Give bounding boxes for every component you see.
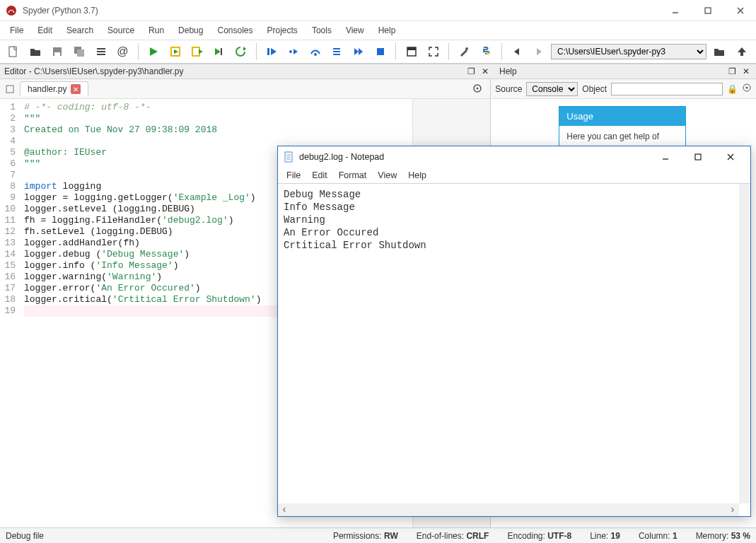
fullscreen-icon[interactable]	[424, 42, 443, 62]
lock-icon[interactable]: 🔒	[727, 84, 738, 94]
help-options-icon[interactable]	[742, 83, 752, 95]
line-number: 16	[0, 272, 16, 283]
close-button[interactable]	[731, 3, 750, 18]
line-number: 2	[0, 113, 16, 124]
browse-folder-icon[interactable]	[709, 42, 729, 62]
line-number: 7	[0, 170, 16, 181]
menu-search[interactable]: Search	[59, 23, 100, 38]
statusbar: Debug file Permissions: RW End-of-lines:…	[0, 527, 756, 543]
notepad-menu-view[interactable]: View	[372, 169, 402, 182]
debug-step-out-icon[interactable]	[327, 42, 347, 62]
svg-rect-39	[740, 52, 743, 56]
minimize-button[interactable]	[665, 3, 685, 18]
notepad-titlebar[interactable]: debug2.log - Notepad	[278, 146, 750, 168]
svg-point-25	[314, 53, 317, 56]
save-all-icon[interactable]	[69, 42, 88, 62]
menu-file[interactable]: File	[3, 23, 30, 38]
notepad-menu-edit[interactable]: Edit	[306, 169, 333, 182]
notepad-menu-help[interactable]: Help	[402, 169, 432, 182]
notepad-close-button[interactable]	[716, 148, 745, 166]
notepad-maximize-button[interactable]	[684, 148, 712, 166]
notepad-minimize-button[interactable]	[651, 148, 680, 166]
status-permissions: Permissions: RW	[333, 531, 398, 541]
list-icon[interactable]	[91, 42, 110, 62]
debug-continue-icon[interactable]	[349, 42, 368, 62]
svg-rect-2	[705, 8, 711, 13]
svg-marker-17	[199, 49, 203, 54]
notepad-vscrollbar[interactable]	[739, 184, 750, 503]
help-toolbar: Source Console Object 🔒	[491, 79, 756, 99]
undock-icon[interactable]: ❐	[465, 66, 477, 77]
menu-edit[interactable]: Edit	[30, 23, 59, 38]
svg-marker-24	[293, 49, 298, 54]
notepad-line: Debug Message	[284, 188, 745, 201]
back-icon[interactable]	[508, 42, 527, 62]
run-cell-icon[interactable]	[166, 42, 185, 62]
menu-projects[interactable]: Projects	[260, 23, 305, 38]
menu-source[interactable]: Source	[100, 23, 141, 38]
menu-run[interactable]: Run	[141, 23, 171, 38]
debug-stop-icon[interactable]	[371, 42, 390, 62]
run-cell-advance-icon[interactable]	[187, 42, 207, 62]
preferences-icon[interactable]	[455, 42, 474, 62]
new-file-icon[interactable]	[4, 42, 23, 62]
notepad-menu-format[interactable]: Format	[333, 169, 373, 182]
window-title: Spyder (Python 3.7)	[23, 6, 665, 16]
save-icon[interactable]	[48, 42, 67, 62]
source-label: Source	[495, 84, 522, 94]
scroll-left-icon[interactable]: ‹	[278, 503, 291, 516]
at-icon[interactable]: @	[113, 42, 132, 62]
cwd-select[interactable]: C:\Users\IEUser\.spyder-py3	[551, 44, 706, 59]
code-line[interactable]: """	[24, 113, 408, 124]
rerun-icon[interactable]	[231, 42, 250, 62]
close-pane-icon[interactable]: ✕	[479, 66, 491, 77]
debug-step-next-icon[interactable]	[262, 42, 281, 62]
svg-rect-50	[695, 154, 701, 160]
help-pane-header: Help ❐ ✕	[495, 64, 756, 79]
notepad-hscrollbar[interactable]: ‹ ›	[278, 503, 739, 516]
status-memory: Memory: 53 %	[696, 531, 750, 541]
debug-step-over-icon[interactable]	[306, 42, 325, 62]
maximize-button[interactable]	[698, 3, 718, 18]
tab-handler-py[interactable]: handler.py ✕	[20, 81, 88, 96]
editor-options-icon[interactable]	[472, 83, 484, 95]
menu-debug[interactable]: Debug	[171, 23, 210, 38]
file-list-icon[interactable]	[3, 82, 17, 96]
python-path-icon[interactable]	[477, 42, 496, 62]
notepad-textarea[interactable]: Debug MessageInfo MessageWarningAn Error…	[278, 183, 750, 516]
code-line[interactable]: Created on Tue Nov 27 09:38:09 2018	[24, 124, 408, 136]
menu-tools[interactable]: Tools	[305, 23, 339, 38]
close-help-icon[interactable]: ✕	[740, 66, 752, 77]
tab-close-icon[interactable]: ✕	[71, 84, 81, 94]
svg-point-44	[746, 87, 748, 89]
usage-card-title: Usage	[559, 107, 685, 126]
notepad-window[interactable]: debug2.log - Notepad FileEditFormatViewH…	[277, 146, 751, 517]
line-number: 1	[0, 102, 16, 113]
menu-help[interactable]: Help	[371, 23, 403, 38]
menu-view[interactable]: View	[339, 23, 371, 38]
line-number: 19	[0, 305, 16, 317]
svg-point-35	[487, 52, 489, 55]
debug-step-into-icon[interactable]	[284, 42, 303, 62]
scroll-right-icon[interactable]: ›	[726, 503, 739, 516]
svg-marker-22	[271, 48, 277, 55]
menu-consoles[interactable]: Consoles	[210, 23, 260, 38]
line-number: 18	[0, 294, 16, 305]
line-number: 15	[0, 260, 16, 272]
svg-rect-7	[54, 52, 60, 56]
notepad-menu-file[interactable]: File	[281, 169, 306, 182]
svg-marker-37	[537, 48, 542, 55]
maximize-pane-icon[interactable]	[402, 42, 421, 62]
notepad-line: Crtitical Error Shutdown	[284, 239, 745, 252]
parent-dir-icon[interactable]	[732, 42, 752, 62]
svg-point-34	[465, 47, 468, 50]
open-file-icon[interactable]	[26, 42, 45, 62]
undock-help-icon[interactable]: ❐	[726, 66, 738, 77]
source-select[interactable]: Console	[526, 82, 578, 96]
usage-card: Usage Here you can get help of	[559, 106, 686, 148]
code-line[interactable]: # -*- coding: utf-8 -*-	[24, 102, 408, 113]
run-icon[interactable]	[144, 42, 163, 62]
run-selection-icon[interactable]	[209, 42, 228, 62]
object-input[interactable]	[611, 83, 723, 95]
forward-icon[interactable]	[529, 42, 548, 62]
